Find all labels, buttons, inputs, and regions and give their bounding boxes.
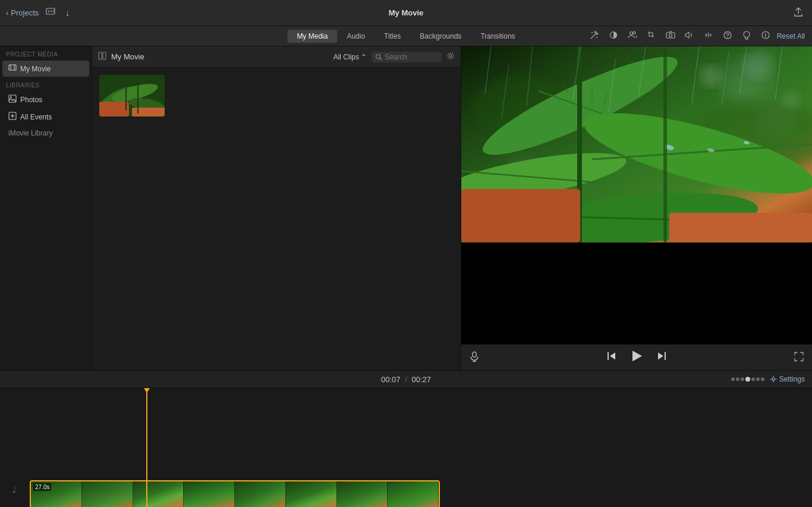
crop-button[interactable] (644, 29, 659, 44)
sidebar-item-my-movie[interactable]: My Movie (2, 61, 89, 77)
svg-point-33 (449, 55, 452, 57)
svg-point-20 (765, 33, 766, 33)
add-clip-icon (46, 7, 55, 17)
top-bar-left: ‹ Projects ↓ (6, 6, 72, 20)
projects-button[interactable]: ‹ Projects (6, 8, 39, 17)
media-content (92, 68, 461, 370)
help-button[interactable] (720, 29, 735, 44)
video-clip[interactable]: 27.0s (30, 480, 440, 507)
sidebar-photos-label: Photos (20, 96, 42, 104)
search-input[interactable] (385, 53, 438, 61)
sidebar-item-all-events[interactable]: All Events (2, 109, 89, 125)
svg-line-32 (380, 58, 382, 60)
svg-point-5 (596, 37, 597, 38)
add-clip-button[interactable] (43, 6, 58, 20)
svg-rect-65 (461, 189, 580, 243)
smart-search-button[interactable] (625, 29, 640, 44)
tab-my-media[interactable]: My Media (287, 30, 337, 43)
tab-audio[interactable]: Audio (337, 30, 374, 43)
preview-controls (461, 344, 812, 370)
sidebar-item-imovie-library[interactable]: iMovie Library (2, 126, 89, 140)
svg-marker-85 (632, 351, 642, 361)
thumbnail-svg (99, 75, 165, 116)
window-title: My Movie (389, 8, 424, 17)
svg-point-10 (669, 34, 672, 37)
svg-rect-30 (103, 52, 106, 59)
share-button[interactable] (791, 5, 806, 21)
timeline-header: 00:07 / 00:27 Settings (0, 371, 812, 388)
thumbnail-preview (99, 75, 165, 116)
skip-backward-button[interactable] (606, 350, 618, 365)
timeline-settings-button[interactable]: Settings (770, 375, 805, 383)
color-correction-button[interactable] (606, 29, 621, 44)
projects-label: Projects (11, 8, 39, 17)
svg-rect-39 (132, 108, 165, 116)
info-button[interactable] (758, 29, 773, 44)
svg-rect-29 (99, 52, 102, 59)
svg-rect-24 (9, 95, 16, 102)
top-bar-right (791, 5, 806, 21)
zoom-dot-1 (731, 377, 735, 381)
all-clips-chevron: ⌃ (361, 53, 367, 61)
volume-button[interactable] (682, 29, 697, 44)
panel-toggle-icon (98, 52, 106, 62)
svg-point-7 (630, 32, 632, 34)
timeline-area: 00:07 / 00:27 Settings 27.0s (0, 370, 812, 507)
nav-tabs: My Media Audio Titles Backgrounds Transi… (0, 26, 812, 46)
media-panel-title: My Movie (111, 52, 329, 61)
magic-wand-button[interactable] (587, 29, 602, 44)
nav-tools: Reset All (587, 29, 805, 44)
media-settings-icon[interactable] (446, 52, 455, 62)
all-clips-label: All Clips (333, 53, 359, 61)
share-icon (793, 7, 804, 17)
microphone-button[interactable] (470, 351, 479, 364)
noise-reduction-button[interactable] (701, 29, 716, 44)
svg-point-31 (376, 54, 380, 58)
svg-marker-84 (610, 352, 615, 360)
fullscreen-button[interactable] (794, 352, 804, 364)
svg-rect-64 (663, 46, 667, 243)
all-clips-selector[interactable]: All Clips ⌃ (333, 53, 367, 61)
svg-point-88 (772, 378, 775, 380)
timecode-separator: / (405, 375, 407, 384)
top-bar: ‹ Projects ↓ My Movie (0, 0, 812, 26)
add-icon (8, 112, 17, 122)
zoom-dot-7 (761, 377, 764, 381)
zoom-dot-5 (751, 377, 755, 381)
zoom-dot-active (745, 377, 750, 382)
svg-rect-38 (99, 102, 129, 116)
current-time: 00:07 (381, 375, 401, 384)
color-theme-button[interactable] (739, 29, 754, 44)
sort-button[interactable]: ↓ (62, 7, 72, 20)
video-preview-svg (461, 46, 812, 243)
photos-icon (8, 95, 17, 105)
settings-label: Settings (779, 375, 805, 383)
preview-panel (461, 46, 812, 370)
imovie-library-label: iMovie Library (8, 129, 53, 137)
sidebar-all-events-label: All Events (20, 113, 52, 121)
tab-backgrounds[interactable]: Backgrounds (410, 30, 471, 43)
play-button[interactable] (630, 349, 644, 367)
film-icon (8, 64, 17, 74)
svg-rect-80 (473, 352, 476, 357)
project-media-section-label: PROJECT MEDIA (0, 46, 92, 60)
libraries-section-label: LIBRARIES (0, 77, 92, 91)
sort-icon: ↓ (65, 8, 70, 18)
search-bar (372, 52, 442, 62)
tab-transitions[interactable]: Transitions (471, 30, 524, 43)
sidebar-item-photos[interactable]: Photos (2, 92, 89, 108)
media-panel: My Movie All Clips ⌃ (92, 46, 461, 370)
reset-all-button[interactable]: Reset All (777, 32, 805, 40)
skip-forward-button[interactable] (656, 350, 668, 365)
clip-frames (31, 481, 439, 507)
current-timecode: 00:07 / 00:27 (381, 375, 431, 384)
timeline-track-area: 27.0s Press the R key while dragging to … (0, 388, 812, 507)
media-panel-header: My Movie All Clips ⌃ (92, 46, 461, 68)
tab-titles[interactable]: Titles (374, 30, 410, 43)
sidebar: PROJECT MEDIA My Movie LIBRARIES Photos … (0, 46, 92, 370)
zoom-controls (731, 377, 764, 382)
media-thumbnail[interactable] (99, 75, 165, 116)
playhead (146, 388, 147, 507)
music-note-icon: ♩ (12, 484, 17, 495)
camera-button[interactable] (663, 29, 678, 44)
